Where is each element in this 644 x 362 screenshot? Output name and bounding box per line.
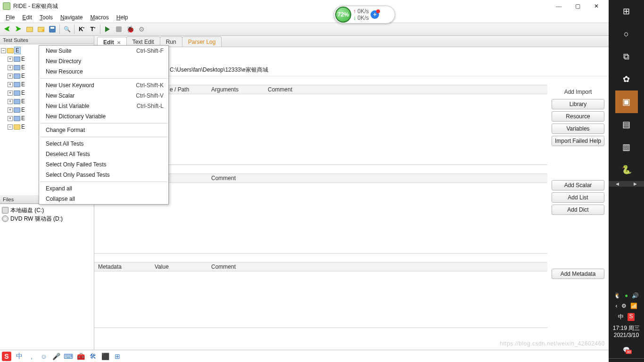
save-button[interactable] <box>47 24 58 34</box>
taskbar-scroll[interactable]: ◀▶ <box>609 181 644 187</box>
open-button[interactable] <box>25 24 35 34</box>
tray-icon[interactable]: 🐧 <box>614 292 621 299</box>
taskbar-app[interactable]: 🐍 <box>615 158 638 181</box>
gear-icon: ⚙ <box>139 25 145 33</box>
menu-item-select-only-passed-tests[interactable]: Select Only Passed Tests <box>39 170 168 180</box>
expand-icon[interactable]: + <box>8 116 13 121</box>
menu-item-change-format[interactable]: Change Format <box>39 125 168 135</box>
ime-s-icon[interactable]: S <box>627 313 634 321</box>
add-list-button[interactable]: Add List <box>552 192 604 203</box>
network-widget[interactable]: 72% 0K/s 0K/s + <box>334 6 395 24</box>
maximize-button[interactable]: ▢ <box>568 0 587 12</box>
menu-edit[interactable]: Edit <box>18 13 36 22</box>
volume-icon[interactable]: 🔊 <box>632 292 639 299</box>
tray-row-1[interactable]: 🐧 ● 🔊 <box>614 290 639 301</box>
menu-macros[interactable]: Macros <box>86 13 112 22</box>
expand-icon[interactable]: + <box>8 107 13 113</box>
tray-row-2[interactable]: ‹ ⚙ 📶 <box>616 301 637 311</box>
resource-button[interactable]: Resource <box>552 111 604 122</box>
collapse-icon[interactable]: − <box>1 48 6 53</box>
tray-icon[interactable]: ⚙ <box>621 303 627 309</box>
taskbar-app[interactable]: ✿ <box>615 68 638 90</box>
taskbar-app[interactable]: ○ <box>615 23 638 45</box>
files-panel[interactable]: 本地磁盘 (C:)DVD RW 驱动器 (D:) <box>0 204 94 350</box>
settings-button[interactable]: ⚙ <box>136 24 147 34</box>
ime-button[interactable]: ⊞ <box>113 352 122 361</box>
menu-item-deselect-all-tests[interactable]: Deselect All Tests <box>39 149 168 159</box>
menu-item-label: Collapse all <box>46 196 164 202</box>
tray-row-3[interactable]: 中 S <box>618 311 634 323</box>
taskbar-app[interactable]: ⧉ <box>615 45 638 68</box>
menu-file[interactable]: File <box>2 13 18 22</box>
menu-item-select-all-tests[interactable]: Select All Tests <box>39 139 168 149</box>
tree-label: E <box>21 73 25 79</box>
forward-button[interactable]: ⮞ <box>13 24 24 34</box>
stop-button[interactable] <box>114 24 124 34</box>
menu-help[interactable]: Help <box>113 13 132 22</box>
show-desktop-button[interactable] <box>609 358 644 362</box>
taskbar-app[interactable]: ▤ <box>615 113 638 136</box>
col-metadata: Metadata <box>94 263 151 271</box>
variables-button[interactable]: Variables <box>552 123 604 134</box>
metadata-grid[interactable] <box>94 272 547 328</box>
expand-icon[interactable]: + <box>8 65 13 70</box>
taskbar-app[interactable]: ▥ <box>615 136 638 158</box>
close-icon[interactable]: ✕ <box>117 40 121 45</box>
ime-button[interactable]: ☺ <box>40 352 48 361</box>
expand-icon[interactable]: + <box>8 74 13 79</box>
close-button[interactable]: ✕ <box>587 0 606 12</box>
tray-icon[interactable]: ‹ <box>616 303 618 309</box>
library-button[interactable]: Library <box>552 99 604 109</box>
menu-item-new-resource[interactable]: New Resource <box>39 66 168 77</box>
menu-item-new-suite[interactable]: New SuiteCtrl-Shift-F <box>39 46 168 56</box>
ime-button[interactable]: 🧰 <box>76 352 85 361</box>
menu-item-collapse-all[interactable]: Collapse all <box>39 194 168 204</box>
search-button[interactable]: 🔍 <box>62 24 72 34</box>
ime-button[interactable]: ⌨ <box>64 352 73 361</box>
tab-parser-log[interactable]: Parser Log <box>182 36 222 47</box>
ime-button[interactable]: S <box>2 352 11 361</box>
wifi-icon[interactable]: 📶 <box>630 303 637 309</box>
menu-item-new-scalar[interactable]: New ScalarCtrl-Shift-V <box>39 90 168 101</box>
ime-button[interactable]: , <box>27 352 36 361</box>
run-button[interactable] <box>102 24 113 34</box>
collapse-icon[interactable]: − <box>8 124 13 130</box>
minimize-button[interactable]: — <box>549 0 568 12</box>
taskbar-clock[interactable]: 17:19 周三 2021/3/10 <box>613 323 640 341</box>
menu-item-new-directory[interactable]: New Directory <box>39 56 168 66</box>
windows-taskbar: ⊞○⧉✿▣▤▥🐍 ◀▶ 🐧 ● 🔊 ‹ ⚙ 📶 中 S 17:19 周三 202… <box>609 0 644 362</box>
menu-item-new-dictionary-variable[interactable]: New Dictionary Variable <box>39 111 168 122</box>
expand-icon[interactable]: + <box>8 90 13 96</box>
clock-time: 17:19 周三 <box>613 325 640 332</box>
testcase-button[interactable]: T• <box>88 24 98 34</box>
ime-button[interactable]: ⬛ <box>101 352 109 361</box>
menu-item-expand-all[interactable]: Expand all <box>39 183 168 194</box>
taskbar-app[interactable]: ▣ <box>615 90 638 113</box>
menu-navigate[interactable]: Navigate <box>57 13 86 22</box>
file-row[interactable]: DVD RW 驱动器 (D:) <box>2 214 92 223</box>
add-metadata-button[interactable]: Add Metadata <box>552 269 604 279</box>
expand-widget-button[interactable]: + <box>371 10 379 19</box>
expand-icon[interactable]: + <box>8 99 13 104</box>
file-row[interactable]: 本地磁盘 (C:) <box>2 206 92 214</box>
ime-button[interactable]: 🛠 <box>89 352 97 361</box>
menu-tools[interactable]: Tools <box>36 13 57 22</box>
taskbar-app[interactable]: ⊞ <box>615 0 638 23</box>
menu-item-new-user-keyword[interactable]: New User KeywordCtrl-Shift-K <box>39 80 168 90</box>
menu-item-select-only-failed-tests[interactable]: Select Only Failed Tests <box>39 159 168 170</box>
expand-icon[interactable]: + <box>8 57 13 62</box>
ime-indicator[interactable]: 中 <box>618 313 624 321</box>
add-scalar-button[interactable]: Add Scalar <box>552 180 604 190</box>
notifications-button[interactable]: 💬30 <box>615 341 638 358</box>
open-dir-button[interactable] <box>36 24 46 34</box>
tray-icon[interactable]: ● <box>625 292 628 299</box>
import-failed-help-button[interactable]: Import Failed Help <box>552 136 604 146</box>
menu-item-new-list-variable[interactable]: New List VariableCtrl-Shift-L <box>39 101 168 111</box>
add-dict-button[interactable]: Add Dict <box>552 205 604 215</box>
ime-button[interactable]: 中 <box>15 352 24 361</box>
ime-button[interactable]: 🎤 <box>52 352 60 361</box>
keyword-button[interactable]: K• <box>76 24 87 34</box>
debug-button[interactable]: 🐞 <box>125 24 135 34</box>
back-button[interactable]: ⮜ <box>2 24 12 34</box>
expand-icon[interactable]: + <box>8 82 13 87</box>
